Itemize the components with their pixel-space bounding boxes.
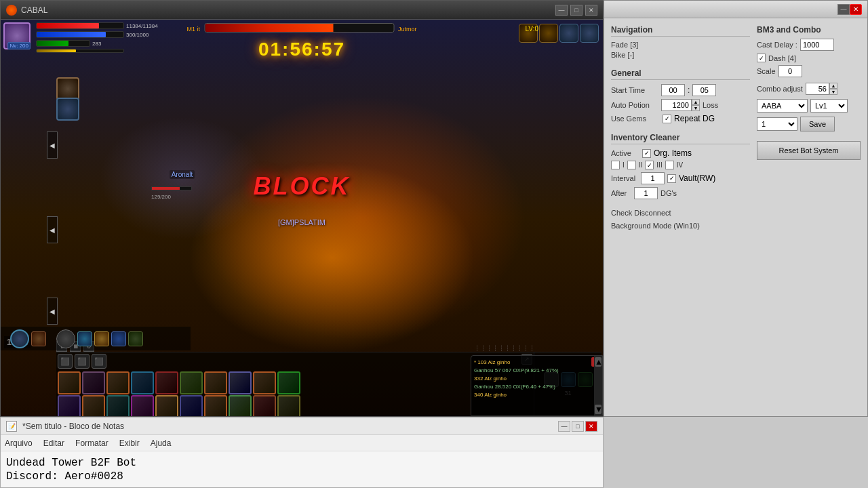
nav-arrow-1[interactable]: ◀ bbox=[47, 131, 58, 159]
dg-icon-4[interactable] bbox=[580, 24, 599, 43]
menu-editar[interactable]: Editar bbox=[43, 439, 64, 448]
skill-btn-14[interactable] bbox=[131, 395, 154, 416]
skill-btn-10[interactable] bbox=[277, 371, 300, 394]
vault-rw-label: Vault(RW) bbox=[679, 174, 715, 183]
skill-btn-2[interactable] bbox=[82, 371, 105, 394]
save-button[interactable]: Save bbox=[800, 117, 835, 131]
after-input[interactable] bbox=[634, 187, 658, 199]
combo-adjust-spinners: ▲ ▼ bbox=[829, 83, 837, 95]
panel-close[interactable]: ✕ bbox=[850, 4, 862, 15]
menu-formatar[interactable]: Formatar bbox=[75, 439, 108, 448]
skill-btn-13[interactable] bbox=[106, 395, 130, 416]
game-viewport[interactable]: Nv: 200 11384/11384 bbox=[1, 20, 603, 416]
skill-btn-7[interactable] bbox=[204, 371, 227, 394]
skill-btn-18[interactable] bbox=[229, 395, 252, 416]
combo-adjust-input[interactable] bbox=[806, 83, 829, 95]
combo-down[interactable]: ▼ bbox=[829, 89, 837, 95]
quick-icon-2[interactable] bbox=[77, 331, 92, 346]
notepad-maximize[interactable]: □ bbox=[572, 421, 584, 432]
combo-select[interactable]: AABA AAAB ABAA BAAA bbox=[757, 99, 808, 113]
panel-minimize[interactable]: — bbox=[837, 4, 850, 15]
side-icon-1[interactable] bbox=[56, 77, 79, 100]
map-btn[interactable] bbox=[31, 331, 46, 346]
reset-bot-button[interactable]: Reset Bot System bbox=[757, 141, 861, 160]
minimize-button[interactable]: — bbox=[555, 5, 568, 16]
auto-potion-up[interactable]: ▲ bbox=[692, 99, 700, 105]
gems-row: Use Gems Repeat DG bbox=[611, 114, 750, 123]
skill-btn-17[interactable] bbox=[204, 395, 227, 416]
game-window: CABAL — □ ✕ Nv: 200 bbox=[0, 0, 604, 417]
close-button[interactable]: ✕ bbox=[585, 5, 597, 16]
quick-icon-5[interactable] bbox=[128, 331, 143, 346]
health-bars: 11384/11384 300/1000 bbox=[36, 22, 158, 53]
notepad-minimize[interactable]: — bbox=[558, 421, 570, 432]
auto-potion-down[interactable]: ▼ bbox=[692, 105, 700, 111]
dg-icon-3[interactable] bbox=[559, 24, 578, 43]
dgs-label: DG's bbox=[660, 189, 677, 197]
nav-right-dash: Dash [4] bbox=[757, 54, 861, 62]
scroll-down[interactable]: ▼ bbox=[595, 405, 601, 414]
skill-btn-12[interactable] bbox=[82, 395, 105, 416]
fade-label: Fade [3] bbox=[611, 41, 638, 49]
auto-potion-input[interactable] bbox=[661, 99, 692, 111]
sp-bar-container bbox=[36, 40, 90, 47]
quick-icon-4[interactable] bbox=[111, 331, 126, 346]
expand-skill-btn[interactable]: ⬛ bbox=[75, 354, 90, 369]
bottom-row: 📝 *Sem titulo - Bloco de Notas — □ ✕ Arq… bbox=[0, 417, 868, 488]
scroll-up[interactable]: ▲ bbox=[595, 357, 601, 367]
roman-i-cb[interactable] bbox=[611, 161, 620, 169]
skill-btn-16[interactable] bbox=[180, 395, 203, 416]
lock-skill-btn[interactable]: ⬛ bbox=[58, 354, 73, 369]
menu-arquivo[interactable]: Arquivo bbox=[5, 439, 33, 448]
lv-select[interactable]: Lv1 Lv2 Lv3 bbox=[810, 99, 848, 113]
quick-icon-3[interactable] bbox=[94, 331, 109, 346]
compass-icon[interactable] bbox=[10, 329, 29, 348]
vault-rw-checkbox[interactable]: Vault(RW) bbox=[667, 174, 715, 183]
combo-select-row: AABA AAAB ABAA BAAA Lv1 Lv2 Lv3 bbox=[757, 99, 861, 113]
interval-input[interactable] bbox=[641, 172, 665, 184]
maximize-button[interactable]: □ bbox=[570, 5, 583, 16]
skill-btn-1[interactable] bbox=[58, 371, 81, 394]
xp-entry-3: 332 Alz ginho bbox=[474, 375, 599, 383]
cast-delay-input[interactable] bbox=[800, 39, 834, 51]
skill-btn-15[interactable] bbox=[155, 395, 178, 416]
skill-btn-9[interactable] bbox=[253, 371, 276, 394]
hide-skill-btn[interactable]: ⬛ bbox=[92, 354, 106, 369]
skill-btn-5[interactable] bbox=[155, 371, 178, 394]
dg-icon-2[interactable] bbox=[539, 24, 558, 43]
nav-arrow-2[interactable]: ◀ bbox=[47, 216, 58, 243]
extra-select[interactable]: 1 2 3 bbox=[757, 117, 797, 131]
notepad-titlebar: 📝 *Sem titulo - Bloco de Notas — □ ✕ bbox=[1, 418, 603, 435]
nav-section-title: Navigation bbox=[611, 25, 750, 37]
org-items-checkbox[interactable]: Org. Items bbox=[642, 148, 692, 158]
org-items-cb[interactable] bbox=[642, 149, 651, 158]
dash-cb[interactable] bbox=[757, 54, 766, 62]
roman-iii-cb[interactable] bbox=[645, 161, 654, 169]
side-icon-2[interactable] bbox=[56, 98, 79, 121]
repeat-dg-cb[interactable] bbox=[663, 115, 671, 123]
skill-btn-4[interactable] bbox=[131, 371, 154, 394]
xp-log-scrollbar[interactable]: ▲ ▼ bbox=[594, 356, 602, 415]
start-min-input[interactable] bbox=[692, 84, 716, 96]
skill-btn-3[interactable] bbox=[106, 371, 130, 394]
notepad-close[interactable]: ✕ bbox=[585, 421, 597, 432]
time-separator: : bbox=[688, 85, 690, 95]
menu-exibir[interactable]: Exibir bbox=[119, 439, 140, 448]
roman-iv-cb[interactable] bbox=[665, 161, 674, 169]
repeat-dg-label: Repeat DG bbox=[674, 114, 715, 123]
skill-btn-20[interactable] bbox=[277, 395, 300, 416]
skill-btn-11[interactable] bbox=[58, 395, 81, 416]
roman-ii-cb[interactable] bbox=[627, 161, 636, 169]
start-hour-input[interactable] bbox=[661, 84, 685, 96]
skill-btn-8[interactable] bbox=[229, 371, 252, 394]
nav-arrow-3[interactable]: ◀ bbox=[47, 298, 58, 325]
quick-icon-1[interactable] bbox=[56, 329, 75, 348]
combo-up[interactable]: ▲ bbox=[829, 83, 837, 89]
inventory-section: Inventory Cleaner Active Org. Items bbox=[611, 133, 750, 199]
scale-input[interactable] bbox=[778, 65, 802, 77]
skill-btn-19[interactable] bbox=[253, 395, 276, 416]
menu-ajuda[interactable]: Ajuda bbox=[151, 439, 172, 448]
skill-btn-6[interactable] bbox=[180, 371, 203, 394]
repeat-dg-checkbox[interactable]: Repeat DG bbox=[663, 114, 715, 123]
vault-rw-cb[interactable] bbox=[667, 174, 676, 183]
